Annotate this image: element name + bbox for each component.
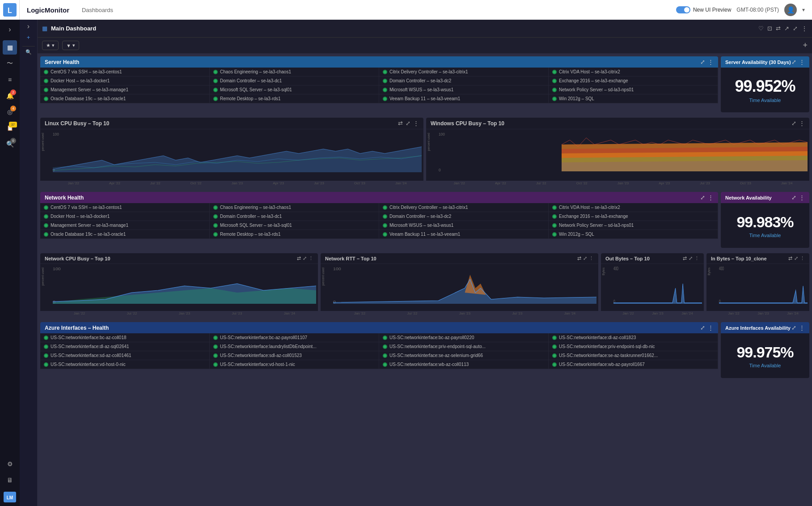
nh-dot-13	[213, 232, 218, 237]
ob-sync-icon[interactable]: ⇄	[683, 255, 687, 261]
nh-dot-4	[44, 214, 48, 219]
nh-label-10: Microsoft WSUS – se-la3-wsus1	[389, 223, 453, 228]
expand-chevron[interactable]: ›	[27, 22, 30, 30]
na-expand-icon[interactable]: ⤢	[791, 194, 796, 201]
ib-expand-icon[interactable]: ⤢	[794, 255, 798, 261]
linux-cpu-more-icon[interactable]: ⋮	[413, 120, 419, 127]
azav-expand-icon[interactable]: ⤢	[791, 324, 796, 331]
linux-cpu-expand-icon[interactable]: ⤢	[406, 120, 410, 127]
share-icon[interactable]: ⊡	[767, 25, 772, 32]
nrtt-expand-icon[interactable]: ⤢	[583, 255, 587, 261]
ob-x-2: Jan '24	[681, 311, 693, 315]
server-availability-header: Server Availability (30 Days) ⤢ ⋮	[721, 56, 809, 68]
filter-button[interactable]: ▼▾	[62, 41, 79, 50]
az-label-8: US-SC:networkinterface:sd-az-coll01461	[51, 353, 131, 358]
clone-icon[interactable]: ⇄	[776, 25, 781, 32]
event-badge: 4	[10, 106, 16, 111]
svg-text:0: 0	[439, 168, 441, 172]
windows-cpu-more-icon[interactable]: ⋮	[799, 120, 805, 127]
fullscreen-icon[interactable]: ⤢	[793, 25, 798, 32]
network-availability-value-area: 99.983% Time Available	[721, 203, 809, 248]
ib-sync-icon[interactable]: ⇄	[788, 255, 792, 261]
server-health-expand-icon[interactable]: ⤢	[700, 59, 705, 65]
toggle-switch[interactable]	[676, 6, 690, 13]
trace-badge: 0	[10, 138, 16, 144]
new-ui-toggle[interactable]: New UI Preview	[676, 6, 731, 13]
nh-dot-14	[383, 232, 387, 237]
network-cpu-header: Network CPU Busy – Top 10 ⇄ ⤢ ⋮	[40, 253, 318, 264]
plus-button[interactable]: +	[27, 34, 30, 41]
health-label-8: Management Server – se-la3-manage1	[51, 87, 128, 92]
ncpu-expand-icon[interactable]: ⤢	[303, 255, 307, 261]
nrtt-more-icon[interactable]: ⋮	[589, 255, 594, 261]
nh-expand-icon[interactable]: ⤢	[700, 194, 705, 201]
health-item-13: Remote Desktop – se-la3-rds1	[210, 94, 379, 103]
server-availability-value-area: 99.952% Time Available	[721, 68, 809, 112]
windows-cpu-chart: percent used 100 0	[426, 129, 809, 181]
nh-dot-11	[552, 223, 557, 228]
user-chevron[interactable]: ▾	[802, 7, 805, 13]
health-item-8: Management Server – se-la3-manage1	[40, 85, 210, 94]
nh-item-11: Network Policy Server – sd-la3-nps01	[549, 221, 718, 230]
alert-nav-icon[interactable]: 🔔 2	[3, 89, 17, 103]
monitor-nav-icon[interactable]: 🖥	[3, 473, 17, 487]
az-label-0: US-SC:networkinterface:bc-az-coll018	[51, 335, 127, 340]
windows-cpu-panel: Windows CPU Busy – Top 10 ⤢ ⋮ percent us…	[426, 118, 809, 187]
star-filter-button[interactable]: ★▾	[42, 41, 59, 50]
sa-more-icon[interactable]: ⋮	[799, 59, 805, 65]
trace-nav-icon[interactable]: 🔍 0	[3, 137, 17, 151]
server-health-more-icon[interactable]: ⋮	[708, 59, 714, 65]
dashboard-scroll-area[interactable]: Server Health ⤢ ⋮ CentOS 7 via SSH – se-…	[38, 54, 812, 506]
more-options-icon[interactable]: ⋮	[801, 25, 808, 32]
nh-dot-15	[552, 232, 557, 237]
az-label-7: US-SC:networkinterface:priv-endpoint-sql…	[559, 344, 655, 349]
collapse-icon[interactable]: ›	[3, 22, 17, 37]
ncpu-more-icon[interactable]: ⋮	[309, 255, 313, 261]
ncpu-sync-icon[interactable]: ⇄	[297, 255, 301, 261]
az-more-icon[interactable]: ⋮	[708, 324, 714, 331]
export-icon[interactable]: ↗	[784, 25, 789, 32]
nh-more-icon[interactable]: ⋮	[708, 194, 714, 201]
linux-cpu-y-axis: percent used	[41, 133, 44, 151]
network-cpu-chart: percent used 100 0	[40, 264, 318, 311]
log-nav-icon[interactable]: 📋 37	[3, 121, 17, 135]
health-dot-4	[44, 79, 48, 83]
ob-more-icon[interactable]: ⋮	[694, 255, 699, 261]
event-nav-icon[interactable]: ◎ 4	[3, 105, 17, 119]
na-more-icon[interactable]: ⋮	[799, 194, 805, 201]
linux-cpu-sync-icon[interactable]: ⇄	[398, 120, 403, 127]
az-expand-icon[interactable]: ⤢	[700, 324, 705, 331]
wave-nav-icon[interactable]: 〜	[3, 56, 17, 71]
health-item-5: Domain Controller – se-la3-dc1	[210, 77, 379, 85]
layers-nav-icon[interactable]: ≡	[3, 72, 17, 87]
win-x-5: Apr '23	[659, 181, 670, 185]
nrtt-sync-icon[interactable]: ⇄	[577, 255, 581, 261]
health-label-4: Docker Host – se-la3-docker1	[51, 78, 110, 83]
az-label-15: US-SC:networkinterface:wb-az-payroll1667	[559, 362, 645, 367]
user-avatar[interactable]: 👤	[784, 4, 797, 16]
nav-dashboards[interactable]: Dashboards	[82, 7, 113, 13]
sa-expand-icon[interactable]: ⤢	[791, 59, 796, 65]
health-dot-13	[213, 97, 218, 101]
nh-dot-12	[44, 232, 48, 237]
ob-x-0: Jan '22	[622, 311, 634, 315]
filter-icon[interactable]: 🔍	[25, 49, 32, 55]
favorite-icon[interactable]: ♡	[758, 25, 764, 32]
add-widget-button[interactable]: +	[803, 41, 808, 50]
dashboard-nav-icon[interactable]: ▦	[3, 40, 17, 55]
nh-dot-7	[552, 214, 557, 219]
settings-nav-icon[interactable]: ⚙	[3, 457, 17, 471]
azav-more-icon[interactable]: ⋮	[799, 324, 805, 331]
server-health-header: Server Health ⤢ ⋮	[40, 56, 718, 68]
ob-expand-icon[interactable]: ⤢	[689, 255, 693, 261]
ib-more-icon[interactable]: ⋮	[800, 255, 805, 261]
nrtt-x-4: Jan '24	[564, 311, 576, 315]
nh-label-13: Remote Desktop – se-la3-rds1	[220, 232, 281, 237]
svg-text:400: 400	[613, 266, 618, 272]
nh-label-0: CentOS 7 via SSH – se-la3-centos1	[51, 205, 122, 210]
health-label-11: Network Policy Server – sd-la3-nps01	[559, 87, 634, 92]
linux-cpu-panel: Linux CPU Busy – Top 10 ⇄ ⤢ ⋮ percent us…	[40, 118, 423, 187]
ncpu-y-label: percent used	[41, 268, 44, 285]
windows-cpu-expand-icon[interactable]: ⤢	[791, 120, 796, 127]
win-x-3: Oct '22	[576, 181, 588, 185]
